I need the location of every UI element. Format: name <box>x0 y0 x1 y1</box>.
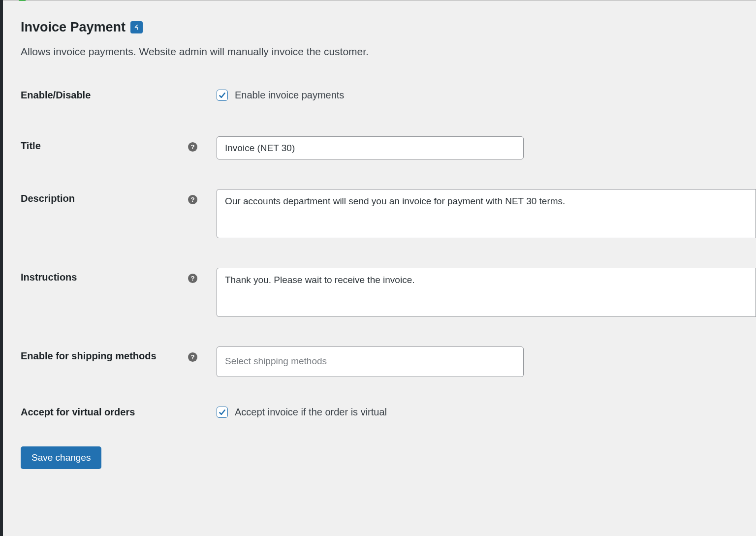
help-icon[interactable]: ? <box>188 352 197 362</box>
label-shipping-methods: Enable for shipping methods <box>21 347 188 362</box>
enable-checkbox[interactable] <box>217 90 228 101</box>
row-title: Title ? <box>21 136 756 159</box>
label-instructions: Instructions <box>21 268 188 283</box>
page-subtitle: Allows invoice payments. Website admin w… <box>21 46 756 58</box>
row-virtual-orders: Accept for virtual orders Accept invoice… <box>21 407 756 418</box>
label-enable-disable: Enable/Disable <box>21 90 188 101</box>
description-textarea[interactable] <box>217 189 756 238</box>
help-icon[interactable]: ? <box>188 274 197 283</box>
label-virtual-orders: Accept for virtual orders <box>21 407 188 418</box>
page-title-row: Invoice Payment <box>21 20 756 35</box>
label-title: Title <box>21 136 188 152</box>
row-description: Description ? <box>21 189 756 238</box>
settings-content: Invoice Payment Allows invoice payments.… <box>3 1 756 536</box>
enable-checkbox-wrapper[interactable]: Enable invoice payments <box>217 90 344 101</box>
enable-checkbox-label: Enable invoice payments <box>235 90 344 101</box>
label-description: Description <box>21 189 188 204</box>
shipping-methods-select[interactable]: Select shipping methods <box>217 347 524 377</box>
check-icon <box>218 91 226 99</box>
settings-form: Enable/Disable Enable invoice payments T… <box>21 90 756 469</box>
help-icon[interactable]: ? <box>188 142 197 152</box>
row-shipping-methods: Enable for shipping methods ? Select shi… <box>21 347 756 377</box>
save-row: Save changes <box>21 446 756 469</box>
title-input[interactable] <box>217 136 524 159</box>
row-instructions: Instructions ? <box>21 268 756 317</box>
page-title: Invoice Payment <box>21 20 126 35</box>
back-icon[interactable] <box>130 21 143 33</box>
check-icon <box>218 408 226 416</box>
help-icon[interactable]: ? <box>188 195 197 204</box>
virtual-orders-checkbox-wrapper[interactable]: Accept invoice if the order is virtual <box>217 407 387 418</box>
virtual-orders-checkbox-label: Accept invoice if the order is virtual <box>235 407 387 418</box>
save-button[interactable]: Save changes <box>21 446 101 469</box>
instructions-textarea[interactable] <box>217 268 756 317</box>
row-enable-disable: Enable/Disable Enable invoice payments <box>21 90 756 101</box>
virtual-orders-checkbox[interactable] <box>217 407 228 418</box>
